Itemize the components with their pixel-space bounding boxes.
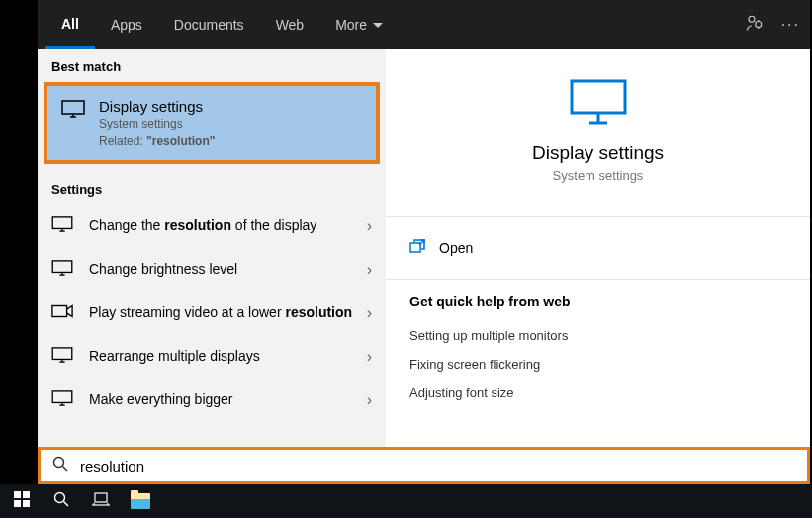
content-area: Best match Display settings System setti…: [38, 49, 810, 484]
chevron-down-icon: [373, 23, 383, 28]
tab-more[interactable]: More: [319, 0, 399, 49]
open-icon: [409, 239, 425, 257]
svg-point-23: [54, 458, 64, 468]
setting-item[interactable]: Change the resolution of the display›: [38, 205, 386, 248]
svg-line-24: [63, 467, 68, 472]
search-tabs: All Apps Documents Web More ···: [38, 0, 810, 49]
detail-column: Display settings System settings Open Ge…: [386, 49, 810, 484]
task-view[interactable]: [81, 484, 121, 518]
open-label: Open: [439, 240, 473, 256]
svg-rect-11: [52, 306, 67, 317]
file-explorer[interactable]: [121, 484, 160, 518]
monitor-icon: [51, 216, 75, 236]
help-link[interactable]: Fixing screen flickering: [409, 350, 786, 379]
results-column: Best match Display settings System setti…: [38, 49, 386, 484]
svg-rect-8: [52, 261, 72, 273]
chevron-right-icon: ›: [367, 304, 372, 322]
divider: [386, 216, 810, 217]
monitor-icon: [61, 100, 85, 148]
monitor-icon: [51, 390, 75, 410]
setting-label: Play streaming video at a lower resoluti…: [89, 303, 359, 323]
svg-rect-25: [14, 491, 21, 498]
setting-label: Make everything bigger: [89, 390, 359, 410]
tab-web[interactable]: Web: [260, 0, 320, 49]
help-header: Get quick help from web: [409, 294, 786, 309]
divider: [386, 279, 810, 280]
folder-icon: [131, 493, 150, 509]
svg-rect-18: [572, 81, 625, 113]
search-panel: All Apps Documents Web More ··· Best mat…: [38, 0, 810, 484]
best-match-related: Related: "resolution": [99, 134, 362, 148]
best-match-item[interactable]: Display settings System settings Related…: [44, 82, 380, 164]
setting-item[interactable]: Change brightness level›: [38, 248, 386, 292]
svg-point-29: [55, 493, 65, 503]
start-button[interactable]: [2, 484, 42, 518]
chevron-right-icon: ›: [367, 261, 372, 279]
svg-point-0: [749, 16, 755, 22]
section-best-match: Best match: [38, 49, 386, 82]
monitor-icon: [409, 79, 786, 129]
feedback-icon[interactable]: [746, 14, 764, 36]
chevron-right-icon: ›: [367, 217, 372, 235]
tab-all[interactable]: All: [45, 0, 95, 49]
search-icon: [53, 491, 69, 511]
search-input[interactable]: [80, 458, 795, 475]
settings-list: Change the resolution of the display›Cha…: [38, 205, 386, 422]
detail-subtitle: System settings: [409, 168, 786, 183]
setting-label: Change the resolution of the display: [89, 216, 359, 236]
tab-documents[interactable]: Documents: [158, 0, 260, 49]
detail-hero: Display settings System settings: [409, 69, 786, 203]
tab-more-label: More: [335, 17, 367, 33]
svg-rect-31: [95, 493, 107, 502]
svg-rect-27: [14, 500, 21, 507]
windows-icon: [14, 491, 30, 511]
svg-rect-28: [23, 500, 30, 507]
chevron-right-icon: ›: [367, 348, 372, 366]
taskbar: [0, 484, 812, 518]
search-icon: [52, 456, 68, 475]
detail-title: Display settings: [409, 142, 786, 164]
section-settings: Settings: [38, 172, 386, 205]
open-action[interactable]: Open: [409, 231, 786, 265]
help-links: Setting up multiple monitorsFixing scree…: [409, 321, 786, 407]
best-match-text: Display settings System settings Related…: [99, 98, 362, 148]
svg-rect-15: [52, 391, 72, 403]
taskview-icon: [92, 492, 110, 510]
svg-rect-21: [410, 243, 420, 252]
svg-rect-5: [52, 217, 72, 229]
setting-item[interactable]: Play streaming video at a lower resoluti…: [38, 292, 386, 335]
setting-item[interactable]: Rearrange multiple displays›: [38, 335, 386, 379]
tab-apps[interactable]: Apps: [95, 0, 158, 49]
camera-icon: [51, 303, 75, 323]
svg-line-30: [64, 502, 69, 507]
setting-label: Rearrange multiple displays: [89, 347, 359, 367]
svg-rect-26: [23, 491, 30, 498]
setting-label: Change brightness level: [89, 260, 359, 280]
help-link[interactable]: Adjusting font size: [409, 379, 786, 407]
header-icons: ···: [746, 14, 800, 36]
best-match-title: Display settings: [99, 98, 362, 115]
help-link[interactable]: Setting up multiple monitors: [409, 321, 786, 350]
best-match-subtitle: System settings: [99, 117, 362, 130]
search-box[interactable]: [38, 447, 810, 484]
setting-item[interactable]: Make everything bigger›: [38, 379, 386, 422]
more-icon[interactable]: ···: [781, 16, 800, 34]
monitor-icon: [51, 347, 75, 367]
svg-rect-12: [52, 348, 72, 360]
chevron-right-icon: ›: [367, 391, 372, 409]
svg-point-1: [755, 22, 761, 28]
svg-rect-2: [62, 101, 84, 114]
taskbar-search[interactable]: [42, 484, 81, 518]
monitor-icon: [51, 260, 75, 280]
